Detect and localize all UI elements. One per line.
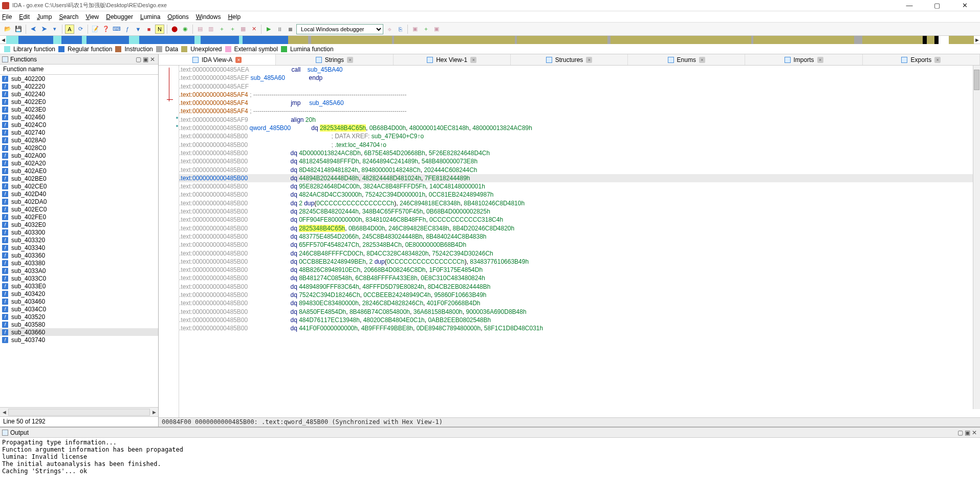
- tab-close-icon[interactable]: ×: [347, 57, 353, 63]
- stop2-icon[interactable]: ⏹: [286, 25, 295, 34]
- struct2-icon[interactable]: ▥: [206, 25, 215, 34]
- disasm-line[interactable]: .text:0000000000485AEF: [179, 82, 973, 91]
- unknown-icon[interactable]: ❓: [101, 25, 111, 34]
- minimize-button[interactable]: —: [900, 2, 919, 9]
- scroll-track[interactable]: [8, 409, 150, 416]
- function-row[interactable]: fsub_402EC0: [0, 205, 158, 213]
- func-icon[interactable]: ƒ: [123, 25, 132, 34]
- disasm-line[interactable]: .text:0000000000485B00 dq 481824548948FF…: [179, 157, 973, 165]
- function-row[interactable]: fsub_403460: [0, 298, 158, 305]
- nav-strip[interactable]: [6, 36, 974, 44]
- close-button[interactable]: ✕: [955, 2, 974, 9]
- function-row[interactable]: fsub_402D40: [0, 190, 158, 198]
- tab-structures[interactable]: Structures×: [511, 54, 628, 65]
- menu-help[interactable]: Help: [228, 13, 241, 20]
- win3-icon[interactable]: ▣: [432, 25, 441, 34]
- debugger-select[interactable]: Local Windows debugger: [296, 24, 383, 34]
- disasm-line[interactable]: .text:0000000000485B00 dq 44894890FFF83C…: [179, 283, 973, 291]
- code-icon[interactable]: ⌨: [112, 25, 121, 34]
- function-row[interactable]: fsub_4024C0: [0, 121, 158, 129]
- function-row[interactable]: fsub_4033A0: [0, 267, 158, 274]
- disasm-line[interactable]: .text:0000000000485AF9 align 20h: [179, 116, 973, 124]
- pane-max-icon[interactable]: ▣: [142, 56, 149, 63]
- function-row[interactable]: fsub_4023E0: [0, 105, 158, 113]
- functions-hscroll[interactable]: ◀ ▶: [0, 407, 158, 416]
- disasm-line[interactable]: .text:0000000000485B00 dq 0CCB8EB2424894…: [179, 258, 973, 266]
- disasm-line[interactable]: .text:0000000000485B00 dq 95E82824648D4C…: [179, 182, 973, 190]
- plus2-icon[interactable]: ＋: [228, 25, 237, 34]
- disasm-line[interactable]: .text:0000000000485B00 ; .text:loc_48470…: [179, 141, 973, 149]
- nav-right-icon[interactable]: ▶: [974, 36, 980, 44]
- menu-view[interactable]: View: [85, 13, 99, 20]
- tab-enums[interactable]: Enums×: [628, 54, 745, 65]
- navigation-band[interactable]: ◀ ▶: [0, 36, 980, 44]
- function-row[interactable]: fsub_402AE0: [0, 167, 158, 175]
- nav-back-icon[interactable]: ⮜: [29, 25, 38, 34]
- disasm-line[interactable]: .text:0000000000485B00 dq 894830EC834800…: [179, 299, 973, 307]
- bp-en-icon[interactable]: ◉: [181, 25, 190, 34]
- pane-min-icon[interactable]: ▢: [135, 56, 142, 63]
- tab-ida-view-a[interactable]: IDA View-A×: [159, 54, 276, 65]
- disasm-line[interactable]: .text:0000000000485AF4 jmp sub_485A60: [179, 99, 973, 107]
- function-row[interactable]: fsub_4028C0: [0, 144, 158, 152]
- pause-icon[interactable]: ⏸: [275, 25, 284, 34]
- nav-dropdown-icon[interactable]: ▾: [50, 25, 59, 34]
- menu-edit[interactable]: Edit: [19, 13, 30, 20]
- tab-close-icon[interactable]: ×: [470, 57, 476, 63]
- functions-column-header[interactable]: Function name: [0, 65, 158, 75]
- out-max-icon[interactable]: ▣: [964, 429, 971, 436]
- disasm-line[interactable]: .text:0000000000485B00 dq 75242C394D1824…: [179, 291, 973, 299]
- function-row[interactable]: fsub_403320: [0, 236, 158, 244]
- disasm-line[interactable]: .text:0000000000485B00 dq 484D76117EC139…: [179, 316, 973, 324]
- nav-fwd-icon[interactable]: ⮞: [39, 25, 49, 34]
- menu-jump[interactable]: Jump: [37, 13, 52, 20]
- out-close-icon[interactable]: ✕: [971, 429, 978, 436]
- menu-debugger[interactable]: Debugger: [106, 13, 133, 20]
- function-row[interactable]: fsub_4022E0: [0, 98, 158, 105]
- function-row[interactable]: fsub_4033C0: [0, 274, 158, 282]
- disasm-line[interactable]: .text:0000000000485B00 dq 48B826C8948910…: [179, 266, 973, 274]
- disasm-line[interactable]: .text:0000000000485B00 dq 483775E4854D20…: [179, 232, 973, 241]
- run-icon[interactable]: ▶: [264, 25, 273, 34]
- tab-close-icon[interactable]: ×: [934, 57, 941, 63]
- dbg1-icon[interactable]: ⎆: [385, 25, 394, 34]
- disasm-line[interactable]: .text:0000000000485B00 dq 8B481274C08548…: [179, 274, 973, 282]
- function-row[interactable]: fsub_403520: [0, 313, 158, 321]
- bp-icon[interactable]: ⬤: [170, 25, 179, 34]
- function-row[interactable]: fsub_4034C0: [0, 305, 158, 313]
- win2-icon[interactable]: ＋: [421, 25, 430, 34]
- disasm-vscroll[interactable]: [973, 66, 980, 409]
- tab-hex-view-1[interactable]: Hex View-1×: [394, 54, 511, 65]
- del-icon[interactable]: ✕: [249, 25, 258, 34]
- disassembly-view[interactable]: .text:0000000000485AEA call sub_45BA40.t…: [159, 66, 980, 417]
- struct-icon[interactable]: ▤: [195, 25, 205, 34]
- win1-icon[interactable]: ▣: [410, 25, 420, 34]
- disasm-line[interactable]: .text:0000000000485B00 dq 28245C8B482024…: [179, 207, 973, 216]
- function-row[interactable]: fsub_402740: [0, 129, 158, 136]
- open-icon[interactable]: 📂: [3, 25, 12, 34]
- disasm-line[interactable]: .text:0000000000485B00 dq 8A850FE4854Dh,…: [179, 308, 973, 316]
- function-row[interactable]: fsub_402DA0: [0, 198, 158, 205]
- maximize-button[interactable]: ▢: [928, 2, 946, 9]
- nav-left-icon[interactable]: ◀: [0, 36, 6, 44]
- function-row[interactable]: fsub_402FE0: [0, 213, 158, 221]
- refresh-icon[interactable]: ⟳: [76, 25, 85, 34]
- disasm-line[interactable]: .text:0000000000485B00 dq 65FF570F454824…: [179, 241, 973, 249]
- tab-close-icon[interactable]: ×: [699, 57, 705, 63]
- functions-list[interactable]: fsub_402200fsub_402220fsub_402240fsub_40…: [0, 75, 158, 407]
- disasm-line[interactable]: .text:0000000000485B00 dq 4D0000013824AC…: [179, 149, 973, 157]
- disasm-line[interactable]: .text:0000000000485B00 dq 0FF904FE800000…: [179, 216, 973, 224]
- menu-windows[interactable]: Windows: [196, 13, 221, 20]
- tool-n-icon[interactable]: N: [155, 25, 164, 34]
- disasm-line[interactable]: .text:0000000000485AF4 ; ---------------…: [179, 91, 973, 99]
- function-row[interactable]: fsub_402BE0: [0, 175, 158, 182]
- function-row[interactable]: fsub_4033E0: [0, 282, 158, 290]
- output-text[interactable]: Propagating type information... Function…: [0, 438, 980, 488]
- tab-exports[interactable]: Exports×: [863, 54, 980, 65]
- tab-strings[interactable]: Strings×: [276, 54, 393, 65]
- tab-close-icon[interactable]: ×: [817, 57, 823, 63]
- menu-options[interactable]: Options: [167, 13, 188, 20]
- tool-a-icon[interactable]: A: [65, 25, 74, 34]
- dbg2-icon[interactable]: ⎘: [396, 25, 405, 34]
- disasm-line[interactable]: .text:0000000000485AEA call sub_45BA40: [179, 66, 973, 74]
